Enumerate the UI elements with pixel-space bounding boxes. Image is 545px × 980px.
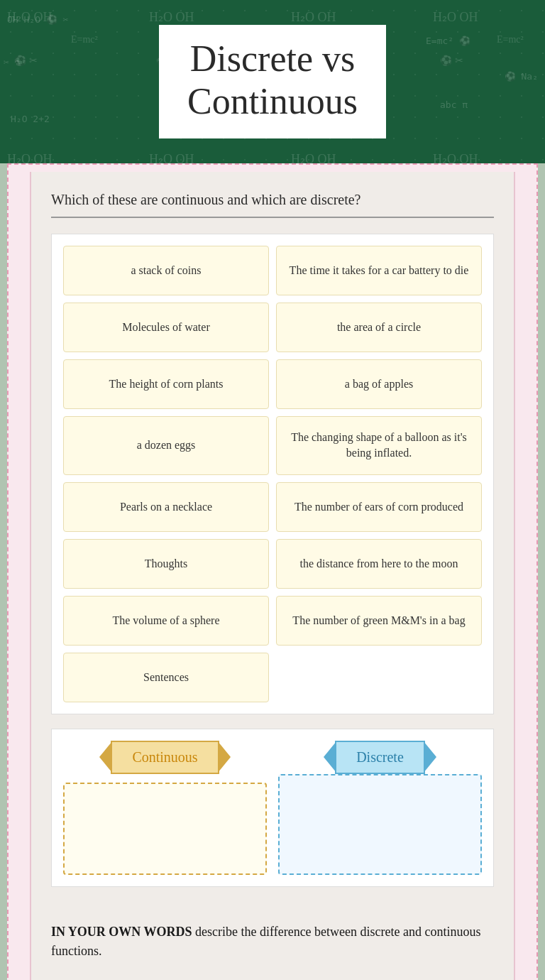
continuous-column: Continuous: [63, 741, 267, 875]
list-item[interactable]: The volume of a sphere: [63, 596, 269, 646]
header-title-box: Discrete vs Continuous: [159, 25, 386, 138]
header: OH H₂O ⚽ ✂ E=mc² ⚽ H₂O 2+2 abc π ✂ ⚗ ⚽ N…: [0, 0, 545, 163]
list-item[interactable]: The number of green M&M's in a bag: [276, 596, 482, 646]
continuous-header: Continuous: [111, 741, 219, 774]
discrete-drop-zone[interactable]: [278, 774, 482, 875]
description-section: IN YOUR OWN WORDS describe the differenc…: [51, 908, 494, 980]
list-item[interactable]: The changing shape of a balloon as it's …: [276, 416, 482, 475]
page-title: Discrete vs Continuous: [187, 38, 358, 123]
discrete-label: Discrete: [356, 749, 404, 765]
list-item[interactable]: Pearls on a necklace: [63, 482, 269, 532]
discrete-ribbon: Discrete: [335, 741, 425, 774]
list-item[interactable]: The time it takes for a car battery to d…: [276, 246, 482, 295]
list-item[interactable]: Molecules of water: [63, 303, 269, 352]
description-bold: IN YOUR OWN WORDS: [51, 925, 192, 939]
items-grid: a stack of coins The time it takes for a…: [51, 234, 494, 714]
sort-area: Continuous Discrete: [51, 729, 494, 887]
list-item[interactable]: a bag of apples: [276, 359, 482, 409]
list-item[interactable]: a dozen eggs: [63, 416, 269, 475]
discrete-header: Discrete: [335, 741, 425, 774]
continuous-label: Continuous: [132, 749, 197, 765]
list-item[interactable]: The height of corn plants: [63, 359, 269, 409]
list-item[interactable]: a stack of coins: [63, 246, 269, 295]
list-item[interactable]: the distance from here to the moon: [276, 539, 482, 589]
continuous-drop-zone[interactable]: [63, 783, 267, 875]
list-item[interactable]: The number of ears of corn produced: [276, 482, 482, 532]
list-item[interactable]: Sentences: [63, 653, 269, 702]
main-content: Which of these are continuous and which …: [30, 172, 515, 980]
list-item[interactable]: the area of a circle: [276, 303, 482, 352]
discrete-column: Discrete: [278, 741, 482, 875]
outer-wrapper: Which of these are continuous and which …: [7, 163, 538, 980]
list-item[interactable]: Thoughts: [63, 539, 269, 589]
description-prompt: IN YOUR OWN WORDS describe the differenc…: [51, 922, 494, 961]
subtitle: Which of these are continuous and which …: [51, 192, 494, 218]
continuous-ribbon: Continuous: [111, 741, 219, 774]
